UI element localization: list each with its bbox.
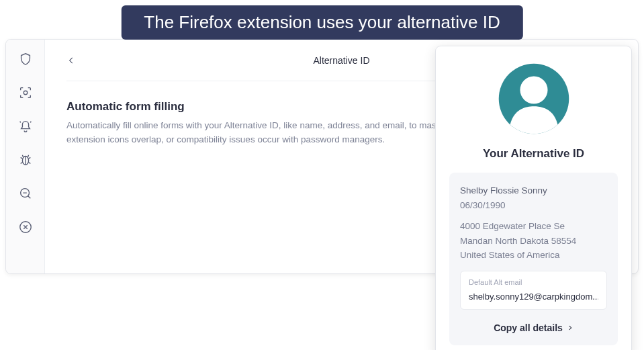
alt-country: United States of America xyxy=(460,248,607,263)
scan-icon[interactable] xyxy=(18,85,33,100)
alt-dob: 06/30/1990 xyxy=(460,198,607,213)
alt-address-2: Mandan North Dakota 58554 xyxy=(460,234,607,249)
svg-point-0 xyxy=(24,91,28,95)
alert-icon[interactable] xyxy=(18,119,33,134)
search-icon[interactable] xyxy=(18,186,33,201)
alt-name: Shelby Flossie Sonny xyxy=(460,183,607,198)
card-title: Your Alternative ID xyxy=(449,147,618,161)
shield-icon[interactable] xyxy=(18,52,33,67)
copy-all-button[interactable]: Copy all details xyxy=(460,320,607,335)
bug-icon[interactable] xyxy=(18,152,33,167)
avatar-icon xyxy=(496,61,571,136)
sidebar xyxy=(6,40,45,273)
email-box[interactable]: Default Alt email shelby.sonny129@carpki… xyxy=(460,271,607,310)
svg-point-6 xyxy=(520,76,547,103)
email-value: shelby.sonny129@carpkingdom.... xyxy=(469,290,598,304)
close-circle-icon[interactable] xyxy=(18,220,33,234)
details-box: Shelby Flossie Sonny 06/30/1990 4000 Edg… xyxy=(449,173,618,345)
chevron-right-icon xyxy=(567,320,573,335)
email-label: Default Alt email xyxy=(469,277,598,289)
alt-id-card: Your Alternative ID Shelby Flossie Sonny… xyxy=(435,46,632,350)
banner: The Firefox extension uses your alternat… xyxy=(121,5,522,40)
back-button[interactable] xyxy=(66,56,76,65)
avatar-wrap xyxy=(449,61,618,136)
page-title: Alternative ID xyxy=(313,55,369,66)
copy-label: Copy all details xyxy=(494,320,563,335)
alt-address-1: 4000 Edgewater Place Se xyxy=(460,219,607,234)
